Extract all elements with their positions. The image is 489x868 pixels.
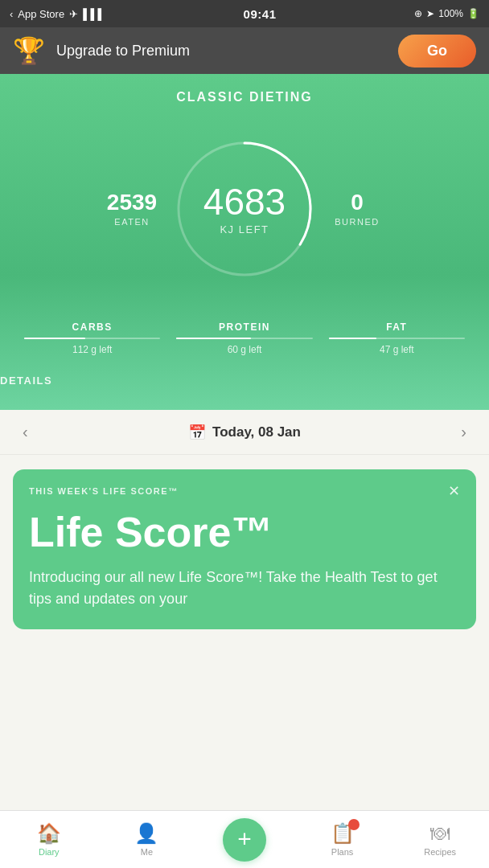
recipes-label: Recipes — [424, 847, 456, 857]
calorie-tracker: 2539 EATEN 4683 KJ LEFT 0 BURNED — [92, 121, 397, 297]
plus-icon: + — [237, 827, 252, 851]
eaten-stat: 2539 EATEN — [96, 191, 168, 227]
bottom-navigation: 🏠 Diary 👤 Me + 📋 Plans 🍽 Recipes — [0, 810, 489, 868]
status-right: ⊕ ➤ 100% 🔋 — [414, 8, 479, 19]
close-life-score-button[interactable]: ✕ — [448, 484, 460, 498]
fat-macro: FAT 47 g left — [321, 321, 473, 355]
protein-label: PROTEIN — [168, 321, 320, 333]
status-time: 09:41 — [244, 7, 277, 21]
gps-icon: ➤ — [426, 8, 434, 19]
life-score-header: THIS WEEK'S LIFE SCORE™ ✕ — [29, 484, 460, 498]
plans-badge-container: 📋 — [331, 822, 355, 845]
section-title: CLASSIC DIETING — [0, 90, 489, 104]
upgrade-banner: 🏆 Upgrade to Premium Go — [0, 27, 489, 74]
details-link[interactable]: DETAILS — [0, 375, 52, 387]
date-navigation: ‹ 📅 Today, 08 Jan › — [0, 410, 489, 455]
nav-plans[interactable]: 📋 Plans — [294, 822, 392, 857]
protein-fill — [176, 338, 251, 339]
nav-add[interactable]: + — [195, 818, 294, 862]
location-icon: ⊕ — [414, 8, 422, 19]
circle-inner: 4683 KJ LEFT — [203, 183, 286, 235]
kj-label: KJ LEFT — [203, 223, 286, 235]
carbs-track — [24, 338, 160, 339]
protein-track — [176, 338, 312, 339]
trophy-icon: 🏆 — [13, 35, 45, 66]
prev-date-button[interactable]: ‹ — [16, 416, 35, 448]
diary-label: Diary — [39, 847, 60, 857]
life-score-title: Life Score™ — [29, 510, 460, 555]
plans-label: Plans — [331, 847, 354, 857]
carbs-label: CARBS — [16, 321, 168, 333]
diary-icon: 🏠 — [37, 822, 61, 845]
carbs-macro: CARBS 112 g left — [16, 321, 168, 355]
main-section: CLASSIC DIETING 2539 EATEN 4683 KJ LEFT … — [0, 74, 489, 410]
battery-label: 100% — [438, 8, 463, 19]
next-date-button[interactable]: › — [454, 416, 473, 448]
nav-diary[interactable]: 🏠 Diary — [0, 822, 98, 857]
signal-icon: ▌▌▌ — [83, 8, 105, 20]
fat-track — [329, 338, 465, 339]
date-display: 📅 Today, 08 Jan — [188, 424, 301, 441]
macro-bars: CARBS 112 g left PROTEIN 60 g left FAT 4… — [0, 321, 489, 355]
me-label: Me — [141, 847, 153, 857]
kj-value: 4683 — [203, 183, 286, 220]
life-score-description: Introducing our all new Life Score™! Tak… — [29, 567, 460, 610]
me-icon: 👤 — [134, 822, 158, 845]
app-store-label: App Store — [18, 8, 64, 20]
calendar-icon: 📅 — [188, 424, 206, 441]
battery-icon: 🔋 — [467, 8, 479, 19]
eaten-label: EATEN — [96, 217, 168, 227]
burned-label: BURNED — [321, 217, 393, 227]
recipes-icon: 🍽 — [430, 822, 450, 845]
fat-fill — [329, 338, 376, 339]
carbs-value: 112 g left — [16, 344, 168, 355]
add-button[interactable]: + — [223, 818, 266, 862]
status-bar: ‹ App Store ✈ ▌▌▌ 09:41 ⊕ ➤ 100% 🔋 — [0, 0, 489, 27]
life-score-card: THIS WEEK'S LIFE SCORE™ ✕ Life Score™ In… — [13, 469, 476, 629]
nav-me[interactable]: 👤 Me — [98, 822, 196, 857]
date-label: Today, 08 Jan — [212, 424, 301, 440]
kj-circle: 4683 KJ LEFT — [168, 133, 321, 285]
burned-stat: 0 BURNED — [321, 191, 393, 227]
fat-value: 47 g left — [321, 344, 473, 355]
plans-notification-badge — [348, 819, 360, 830]
life-score-week-label: THIS WEEK'S LIFE SCORE™ — [29, 486, 179, 496]
airplane-icon: ✈ — [69, 8, 78, 20]
nav-recipes[interactable]: 🍽 Recipes — [391, 822, 489, 857]
protein-value: 60 g left — [168, 344, 320, 355]
back-arrow-icon: ‹ — [10, 8, 13, 20]
upgrade-text: Upgrade to Premium — [56, 43, 387, 59]
fat-label: FAT — [321, 321, 473, 333]
burned-value: 0 — [321, 191, 393, 214]
eaten-value: 2539 — [96, 191, 168, 214]
protein-macro: PROTEIN 60 g left — [168, 321, 320, 355]
status-left: ‹ App Store ✈ ▌▌▌ — [10, 8, 105, 20]
go-button[interactable]: Go — [398, 35, 476, 68]
carbs-fill — [24, 338, 85, 339]
